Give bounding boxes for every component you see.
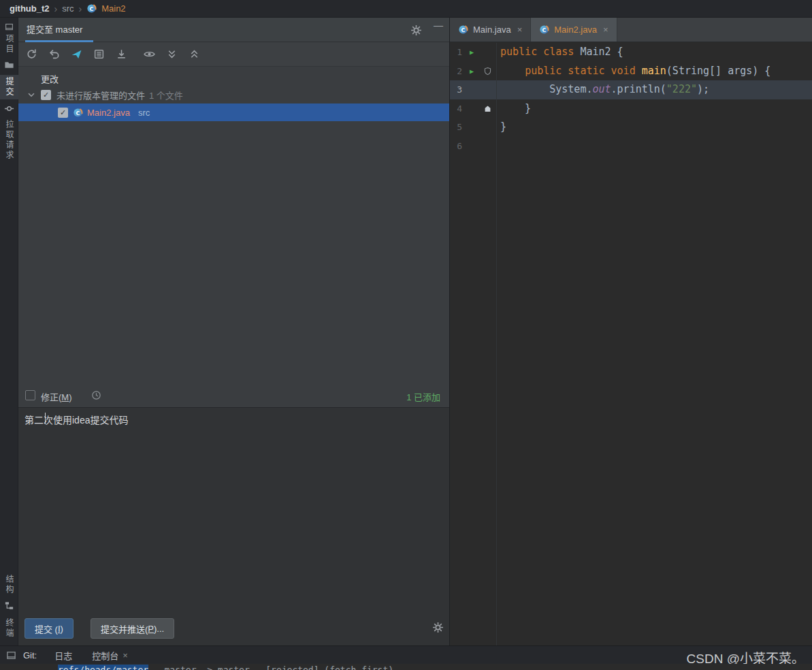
java-class-icon	[539, 25, 549, 35]
code-text[interactable]: }	[496, 99, 531, 118]
git-tool-window-bar: Git: 日志 控制台 × CSDN @小菜不菜。	[0, 645, 812, 664]
minimize-icon[interactable]: —	[434, 20, 443, 31]
code-text[interactable]: System.out.println("222");	[496, 80, 709, 99]
changes-section-label: 更改	[41, 72, 59, 85]
code-text[interactable]: }	[496, 118, 506, 137]
gutter-spacer	[465, 118, 478, 137]
tool-window-icon[interactable]	[6, 650, 16, 660]
preview-diff-icon[interactable]	[143, 48, 155, 61]
sidebar-item-structure[interactable]: 结构	[0, 575, 18, 595]
line-number[interactable]: 2	[450, 62, 465, 81]
amend-label[interactable]: 修正(M)	[41, 390, 72, 403]
line-number[interactable]: 6	[450, 137, 465, 156]
amend-checkbox[interactable]	[25, 390, 35, 400]
structure-stripe-icon[interactable]	[0, 601, 18, 611]
sidebar-item-label: 终端	[3, 618, 15, 639]
rollback-icon[interactable]	[48, 48, 60, 61]
sidebar-item-label: 结构	[3, 575, 15, 595]
code-line[interactable]: 4 }	[450, 99, 812, 118]
group-file-count: 1 个文件	[149, 89, 183, 101]
changed-file-row[interactable]: ✓ Main2.java src	[18, 103, 449, 121]
tab-git-console[interactable]: 控制台	[92, 649, 118, 662]
commit-stripe-icon[interactable]	[0, 103, 18, 114]
stripe-window-icon[interactable]	[0, 22, 18, 31]
tab-label: Main.java	[473, 25, 511, 35]
sidebar-item-label: 拉取请求	[3, 120, 15, 161]
code-line[interactable]: 1▶public class Main2 {	[450, 43, 812, 62]
sidebar-item-label: 项目	[3, 34, 15, 54]
gear-icon[interactable]	[410, 25, 422, 36]
breadcrumb-separator-icon: ›	[54, 3, 58, 14]
tab-label: Main2.java	[554, 25, 597, 35]
sidebar-item-label: 提交	[3, 77, 15, 97]
gutter-icon-spacer	[478, 137, 496, 156]
editor-tab-bar: Main.java × Main2.java ×	[450, 18, 812, 42]
console-output-partial[interactable]: refs/heads/master master -> master [reje…	[0, 664, 812, 670]
structure-icon	[4, 601, 14, 611]
code-text[interactable]: public static void main(String[] args) {	[496, 62, 770, 81]
console-text-fragment: [rejected] (fetch first)	[265, 665, 393, 670]
expand-all-icon[interactable]	[165, 48, 178, 61]
line-number[interactable]: 4	[450, 99, 465, 118]
commit-tool-window: 提交至 master — 更改 ✓ 未进行版本管理的文件 1 个文件 ✓ Mai…	[18, 18, 449, 645]
commit-and-push-button[interactable]: 提交并推送(P)...	[91, 618, 174, 639]
line-number[interactable]: 1	[450, 43, 465, 62]
sidebar-item-project[interactable]: 项目	[0, 34, 18, 54]
sidebar-item-terminal[interactable]: 终端	[0, 618, 18, 639]
sidebar-item-pull-requests[interactable]: 拉取请求	[0, 120, 18, 161]
gutter-spacer	[465, 137, 478, 156]
project-folder-icon[interactable]	[0, 60, 18, 70]
commit-message-editor[interactable]: 第二次使用idea提交代码 提交 (I) 提交并推送(P)...	[18, 407, 449, 645]
run-gutter-icon[interactable]: ▶	[465, 43, 478, 62]
tab-git-log[interactable]: 日志	[54, 649, 72, 662]
line-number[interactable]: 5	[450, 118, 465, 137]
added-count-badge: 1 已添加	[406, 390, 440, 403]
close-icon[interactable]: ×	[517, 25, 523, 35]
collapse-all-icon[interactable]	[188, 48, 200, 61]
close-icon[interactable]: ×	[123, 650, 128, 660]
commit-message-text: 第二次使用idea提交代码	[25, 413, 128, 426]
commit-button[interactable]: 提交 (I)	[25, 618, 74, 639]
commit-toolbar	[18, 42, 449, 67]
group-label: 未进行版本管理的文件	[56, 89, 145, 101]
code-line[interactable]: 3 System.out.println("222");	[450, 80, 812, 99]
breadcrumb-folder[interactable]: src	[62, 3, 74, 14]
text-caret	[45, 413, 46, 424]
unversioned-files-group-row[interactable]: ✓ 未进行版本管理的文件 1 个文件	[18, 86, 449, 103]
breadcrumb-file[interactable]: Main2	[101, 3, 125, 14]
diff-icon[interactable]	[93, 48, 105, 61]
breadcrumb-project[interactable]: github_t2	[10, 3, 50, 14]
console-output-partial-line: refs/heads/master master -> master [reje…	[58, 665, 393, 670]
gutter-icon-spacer	[478, 118, 496, 137]
run-gutter-icon[interactable]: ▶	[465, 62, 478, 81]
chevron-down-icon[interactable]	[27, 90, 36, 99]
close-icon[interactable]: ×	[603, 25, 608, 35]
tab-main2-java[interactable]: Main2.java ×	[531, 18, 617, 42]
history-icon[interactable]	[91, 390, 101, 400]
gutter-shield-icon	[478, 62, 496, 81]
shelve-icon[interactable]	[70, 48, 82, 61]
code-line[interactable]: 6	[450, 137, 812, 156]
file-checkbox[interactable]: ✓	[58, 108, 68, 118]
commit-header-tab[interactable]: 提交至 master	[25, 18, 93, 42]
line-number[interactable]: 3	[450, 80, 465, 99]
code-line[interactable]: 2▶ public static void main(String[] args…	[450, 62, 812, 81]
code-lines: 1▶public class Main2 {2▶ public static v…	[450, 43, 812, 155]
commit-header: 提交至 master —	[18, 18, 449, 42]
breadcrumb-bar: github_t2 › src › Main2	[0, 0, 812, 18]
sidebar-item-commit[interactable]: 提交	[0, 75, 18, 99]
git-label: Git:	[23, 650, 37, 660]
tab-main-java[interactable]: Main.java ×	[450, 18, 531, 42]
amend-row: 修正(M) 1 已添加	[18, 385, 449, 406]
java-class-icon	[73, 108, 83, 118]
code-editor[interactable]: 1▶public class Main2 {2▶ public static v…	[450, 43, 812, 645]
gutter-spacer	[465, 80, 478, 99]
java-class-icon	[86, 3, 97, 14]
code-text[interactable]: public class Main2 {	[496, 43, 623, 62]
unshelve-icon[interactable]	[115, 48, 127, 61]
group-checkbox[interactable]: ✓	[41, 90, 51, 100]
code-line[interactable]: 5}	[450, 118, 812, 137]
console-text-fragment: refs/heads/master	[58, 665, 148, 670]
refresh-icon[interactable]	[25, 48, 37, 61]
gear-icon[interactable]	[432, 622, 444, 633]
